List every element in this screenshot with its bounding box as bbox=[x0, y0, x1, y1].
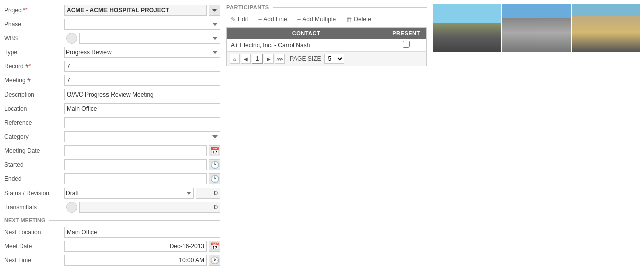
phase-control-wrap bbox=[64, 19, 220, 30]
images-panel bbox=[433, 4, 640, 276]
category-select-wrap bbox=[64, 131, 220, 142]
participants-toolbar: ✎ Edit + Add Line + Add Multiple 🗑 Delet… bbox=[226, 13, 427, 25]
add-multiple-icon: + bbox=[297, 16, 301, 23]
project-control-wrap bbox=[64, 5, 220, 16]
ended-clock-btn[interactable]: 🕐 bbox=[209, 173, 220, 184]
wbs-select-wrap bbox=[79, 33, 220, 44]
main-container: Project* Phase WBS ⋯ bbox=[0, 0, 644, 280]
description-label: Description bbox=[4, 91, 64, 98]
prev-page-btn[interactable]: ◀ bbox=[241, 54, 251, 64]
meeting-input[interactable] bbox=[64, 75, 220, 86]
meeting-row: Meeting # bbox=[4, 74, 220, 86]
participants-label: PARTICIPANTS bbox=[226, 4, 269, 10]
participants-panel: PARTICIPANTS ✎ Edit + Add Line + Add Mul… bbox=[226, 4, 427, 276]
col-contact-header: CONTACT bbox=[227, 28, 386, 39]
next-location-row: Next Location bbox=[4, 226, 220, 238]
table-row: A+ Electric, Inc. - Carrol Nash bbox=[227, 39, 426, 51]
meeting-date-control-wrap: 📅 bbox=[64, 145, 220, 156]
transmittals-label: Transmittals bbox=[4, 204, 64, 211]
participants-table-wrap: CONTACT PRESENT A+ Electric, Inc. - Carr… bbox=[226, 27, 427, 66]
transmittals-input[interactable] bbox=[79, 202, 220, 213]
location-control-wrap bbox=[64, 103, 220, 114]
building-image-1 bbox=[433, 4, 501, 52]
meeting-control-wrap bbox=[64, 75, 220, 86]
transmittals-more-btn[interactable]: ⋯ bbox=[66, 202, 77, 213]
record-row: Record # bbox=[4, 60, 220, 72]
phase-label: Phase bbox=[4, 21, 64, 28]
meet-date-row: Meet Date 📅 bbox=[4, 240, 220, 252]
transmittals-row: Transmittals ⋯ bbox=[4, 201, 220, 213]
description-control-wrap bbox=[64, 89, 220, 100]
project-row: Project* bbox=[4, 4, 220, 16]
phase-select-wrap bbox=[64, 19, 220, 30]
wbs-label: WBS bbox=[4, 35, 64, 42]
contact-cell: A+ Electric, Inc. - Carrol Nash bbox=[227, 39, 386, 51]
category-control-wrap bbox=[64, 131, 220, 142]
started-control-wrap: 🕐 bbox=[64, 159, 220, 170]
started-input[interactable] bbox=[64, 159, 207, 170]
started-label: Started bbox=[4, 161, 64, 168]
next-time-row: Next Time 🕐 bbox=[4, 254, 220, 266]
project-label: Project* bbox=[4, 7, 64, 14]
delete-icon: 🗑 bbox=[346, 16, 352, 23]
meeting-date-input[interactable] bbox=[64, 145, 207, 156]
add-line-btn[interactable]: + Add Line bbox=[254, 13, 292, 25]
present-checkbox[interactable] bbox=[403, 41, 410, 48]
reference-row: Reference bbox=[4, 117, 220, 129]
edit-btn[interactable]: ✎ Edit bbox=[226, 13, 253, 25]
wbs-select[interactable] bbox=[79, 33, 220, 44]
building-image-3 bbox=[572, 4, 640, 52]
record-input[interactable] bbox=[64, 61, 220, 72]
meet-date-control-wrap: 📅 bbox=[64, 241, 220, 252]
reference-input[interactable] bbox=[64, 117, 220, 128]
type-label: Type bbox=[4, 49, 64, 56]
next-page-btn[interactable]: ▶ bbox=[264, 54, 274, 64]
page-size-select[interactable]: 5 10 25 bbox=[324, 54, 344, 64]
type-select[interactable]: Progress Review bbox=[64, 47, 220, 58]
description-row: Description bbox=[4, 88, 220, 101]
edit-icon: ✎ bbox=[231, 16, 236, 23]
project-input[interactable] bbox=[64, 5, 207, 16]
pagination: ⌂ ◀ 1 ▶ ⋙ PAGE SIZE 5 10 25 bbox=[227, 51, 426, 66]
next-meeting-divider bbox=[49, 220, 220, 221]
first-page-btn[interactable]: ⌂ bbox=[230, 54, 240, 64]
transmittals-control-wrap bbox=[79, 202, 220, 213]
ended-input[interactable] bbox=[64, 173, 207, 184]
type-select-wrap: Progress Review bbox=[64, 47, 220, 58]
next-time-input[interactable] bbox=[64, 255, 207, 266]
ended-label: Ended bbox=[4, 175, 64, 182]
meeting-date-calendar-btn[interactable]: 📅 bbox=[209, 145, 220, 156]
meet-date-label: Meet Date bbox=[4, 243, 64, 250]
last-page-btn[interactable]: ⋙ bbox=[275, 54, 285, 64]
started-clock-btn[interactable]: 🕐 bbox=[209, 159, 220, 170]
phase-row: Phase bbox=[4, 18, 220, 30]
participants-header: PARTICIPANTS bbox=[226, 4, 427, 10]
reference-control-wrap bbox=[64, 117, 220, 128]
category-label: Category bbox=[4, 133, 64, 140]
revision-input[interactable] bbox=[196, 188, 220, 199]
chevron-down-icon bbox=[212, 9, 217, 12]
type-control-wrap: Progress Review bbox=[64, 47, 220, 58]
add-line-icon: + bbox=[258, 16, 262, 23]
next-meeting-section: NEXT MEETING bbox=[4, 217, 220, 223]
status-select[interactable]: Draft bbox=[64, 188, 194, 199]
building-image-2 bbox=[502, 4, 571, 52]
next-location-control-wrap bbox=[64, 227, 220, 238]
description-input[interactable] bbox=[64, 89, 220, 100]
meet-date-input[interactable] bbox=[64, 241, 207, 252]
add-multiple-btn[interactable]: + Add Multiple bbox=[293, 13, 341, 25]
category-select[interactable] bbox=[64, 131, 220, 142]
meet-date-calendar-btn[interactable]: 📅 bbox=[209, 241, 220, 252]
page-size-label: PAGE SIZE bbox=[290, 55, 321, 62]
wbs-more-btn[interactable]: ⋯ bbox=[66, 33, 77, 44]
next-time-clock-btn[interactable]: 🕐 bbox=[209, 255, 220, 266]
started-row: Started 🕐 bbox=[4, 159, 220, 171]
location-input[interactable] bbox=[64, 103, 220, 114]
location-label: Location bbox=[4, 105, 64, 112]
images-row bbox=[433, 4, 640, 52]
next-location-input[interactable] bbox=[64, 227, 220, 238]
phase-select[interactable] bbox=[64, 19, 220, 30]
project-dropdown-btn[interactable] bbox=[209, 5, 220, 16]
category-row: Category bbox=[4, 131, 220, 143]
delete-btn[interactable]: 🗑 Delete bbox=[341, 13, 376, 25]
